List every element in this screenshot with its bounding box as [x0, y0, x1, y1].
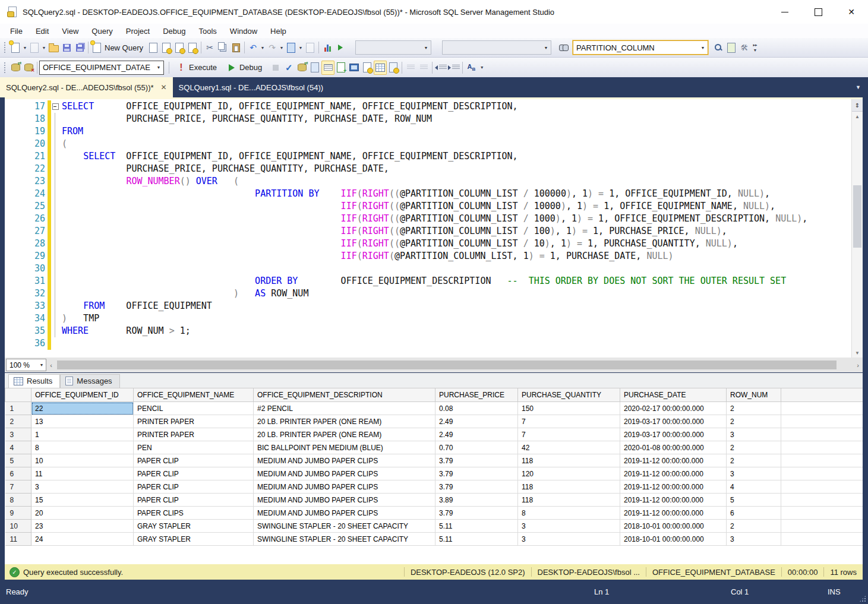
- grid-cell[interactable]: 15: [31, 494, 134, 507]
- toolbar-overflow-icon[interactable]: ▼: [478, 65, 486, 69]
- chevron-down-icon[interactable]: ▼: [421, 41, 431, 54]
- grid-cell[interactable]: MEDIUM AND JUMBO PAPER CLIPS: [254, 480, 435, 494]
- grid-row-header[interactable]: 10: [5, 520, 31, 533]
- code-text-area[interactable]: 17SELECT OFFICE_EQUIPMENT_ID, OFFICE_EQU…: [5, 100, 852, 358]
- code-line[interactable]: 19FROM: [5, 125, 852, 138]
- grid-cell[interactable]: 3.89: [435, 494, 518, 507]
- grid-cell[interactable]: 3.79: [435, 454, 518, 467]
- code-line[interactable]: 32 ) AS ROW_NUM: [5, 287, 852, 300]
- grid-cell[interactable]: 5.11: [435, 520, 518, 533]
- menu-item-file[interactable]: File: [4, 25, 29, 37]
- grid-cell[interactable]: 2019-03-17 00:00:00.000: [620, 428, 727, 441]
- tab-sqlquery1[interactable]: SQLQuery1.sql - DE...ADEOJS\fbsol (54)): [173, 77, 329, 97]
- chevron-down-icon[interactable]: ▼: [260, 46, 266, 50]
- scroll-down-icon[interactable]: ▼: [852, 348, 863, 358]
- scroll-up-icon[interactable]: ▲: [852, 112, 863, 121]
- grid-cell[interactable]: GRAY STAPLER: [134, 520, 254, 533]
- tab-results[interactable]: Results: [8, 374, 60, 388]
- grid-cell[interactable]: PAPER CLIP: [134, 494, 254, 507]
- code-line[interactable]: 30: [5, 263, 852, 275]
- comment-icon[interactable]: [404, 61, 417, 75]
- scrollbar-thumb[interactable]: [853, 185, 861, 248]
- grid-cell[interactable]: MEDIUM AND JUMBO PAPER CLIPS: [254, 467, 435, 480]
- toolbar-overflow-icon[interactable]: ▸▸▼: [751, 43, 759, 52]
- grid-cell[interactable]: 3: [518, 520, 620, 533]
- grid-row-header[interactable]: 3: [5, 428, 31, 441]
- undo-icon[interactable]: ↶: [247, 40, 260, 55]
- grid-cell[interactable]: PRINTER PAPER: [134, 428, 254, 441]
- code-line[interactable]: 34) TMP: [5, 312, 852, 325]
- grid-cell[interactable]: 20: [31, 507, 134, 520]
- grid-column-header[interactable]: PURCHASE_PRICE: [435, 388, 518, 402]
- grid-cell[interactable]: 0.08: [435, 402, 518, 415]
- grid-cell[interactable]: 2018-10-01 00:00:00.000: [620, 520, 727, 533]
- code-line[interactable]: 36: [5, 337, 852, 350]
- grid-column-header[interactable]: ROW_NUM: [727, 388, 781, 402]
- find-combo-value[interactable]: PARTITION_COLUMN: [573, 43, 698, 52]
- grid-cell[interactable]: 3: [727, 428, 781, 441]
- grid-cell[interactable]: 118: [518, 454, 620, 467]
- grid-cell[interactable]: MEDIUM AND JUMBO PAPER CLIPS: [254, 507, 435, 520]
- quick-find-icon[interactable]: [712, 40, 725, 55]
- grid-cell[interactable]: 3: [727, 467, 781, 480]
- editor-vertical-scrollbar[interactable]: ⇕ ▲ ▼: [851, 99, 863, 358]
- grid-cell[interactable]: PRINTER PAPER: [134, 415, 254, 428]
- grid-cell[interactable]: 8: [518, 507, 620, 520]
- grid-cell[interactable]: 2020-01-08 00:00:00.000: [620, 441, 727, 454]
- grid-cell[interactable]: 3.79: [435, 480, 518, 494]
- menu-item-debug[interactable]: Debug: [156, 25, 192, 37]
- grid-cell[interactable]: 10: [31, 454, 134, 467]
- code-line[interactable]: 23 ROW_NUMBER() OVER (: [5, 175, 852, 188]
- grid-row-header[interactable]: 6: [5, 467, 31, 480]
- grid-row-header[interactable]: 9: [5, 507, 31, 520]
- chevron-down-icon[interactable]: ▼: [541, 41, 551, 54]
- new-query-menu-icon[interactable]: [9, 40, 22, 55]
- client-statistics-icon[interactable]: [348, 61, 361, 75]
- grid-cell[interactable]: 20 LB. PRINTER PAPER (ONE REAM): [254, 415, 435, 428]
- play-icon[interactable]: [334, 40, 347, 55]
- menu-item-tools[interactable]: Tools: [192, 25, 223, 37]
- grid-cell[interactable]: 2.49: [435, 415, 518, 428]
- grid-cell[interactable]: 2019-11-12 00:00:00.000: [620, 454, 727, 467]
- activity-monitor-icon[interactable]: [321, 40, 334, 55]
- redo-icon[interactable]: ↷: [266, 40, 279, 55]
- code-line[interactable]: 26 IIF(RIGHT((@PARTITION_COLUMN_LIST / 1…: [5, 213, 852, 225]
- grid-cell[interactable]: 24: [31, 533, 134, 546]
- grid-cell[interactable]: PAPER CLIPS: [134, 507, 254, 520]
- grid-cell[interactable]: 3: [518, 533, 620, 546]
- grid-column-header[interactable]: OFFICE_EQUIPMENT_ID: [31, 388, 134, 402]
- grid-cell[interactable]: 3.79: [435, 507, 518, 520]
- grid-cell[interactable]: 0.70: [435, 441, 518, 454]
- scroll-right-icon[interactable]: ›: [853, 362, 863, 369]
- grid-cell[interactable]: PAPER CLIP: [134, 480, 254, 494]
- chevron-down-icon[interactable]: ▼: [154, 61, 163, 74]
- tab-sqlquery2[interactable]: SQLQuery2.sql - DE...ADEOJS\fbsol (55))*…: [0, 77, 173, 97]
- chevron-down-icon[interactable]: ▼: [279, 46, 285, 50]
- toolbar-grip[interactable]: [4, 42, 7, 53]
- grid-cell[interactable]: 23: [31, 520, 134, 533]
- grid-row-header[interactable]: 2: [5, 415, 31, 428]
- menu-item-help[interactable]: Help: [264, 25, 293, 37]
- resize-grip[interactable]: [859, 595, 866, 602]
- grid-cell[interactable]: 5: [727, 494, 781, 507]
- grid-cell[interactable]: PAPER CLIP: [134, 454, 254, 467]
- grid-cell[interactable]: 2019-11-12 00:00:00.000: [620, 507, 727, 520]
- find-combo[interactable]: PARTITION_COLUMN ▼: [573, 40, 708, 55]
- scrollbar-thumb[interactable]: [57, 360, 837, 369]
- grid-corner-cell[interactable]: [5, 388, 31, 402]
- estimated-plan-icon[interactable]: [295, 61, 308, 75]
- grid-cell[interactable]: 2: [727, 441, 781, 454]
- toolbar-grip[interactable]: [4, 62, 7, 74]
- grid-row-header[interactable]: 8: [5, 494, 31, 507]
- grid-row-header[interactable]: 4: [5, 441, 31, 454]
- database-engine-query-icon[interactable]: [147, 40, 160, 55]
- grid-column-header[interactable]: PURCHASE_DATE: [620, 388, 727, 402]
- grid-row-header[interactable]: 7: [5, 480, 31, 494]
- grid-cell[interactable]: PAPER CLIP: [134, 467, 254, 480]
- grid-cell[interactable]: 8: [31, 441, 134, 454]
- chevron-down-icon[interactable]: ▼: [41, 46, 47, 50]
- grid-cell[interactable]: 2.49: [435, 428, 518, 441]
- debug-icon[interactable]: [225, 61, 238, 75]
- chevron-down-icon[interactable]: ▼: [22, 46, 28, 50]
- maximize-button[interactable]: [801, 0, 835, 24]
